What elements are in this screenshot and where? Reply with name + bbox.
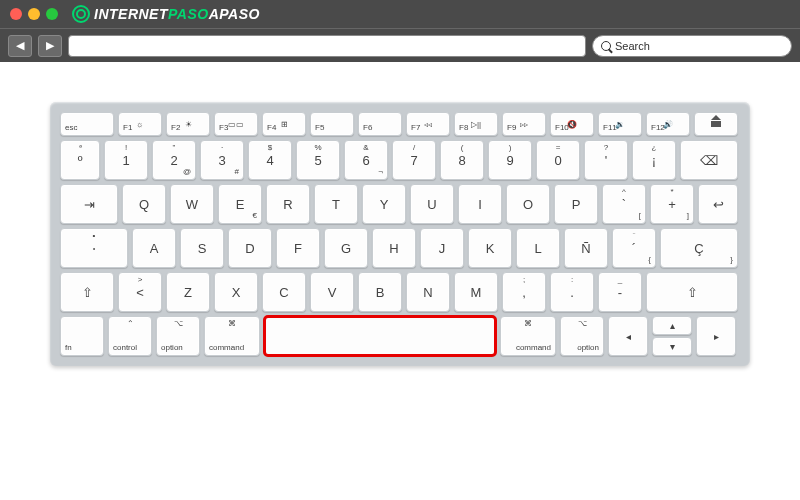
key-U: U (410, 184, 454, 224)
site-logo: INTERNETPASOAPASO (72, 5, 260, 23)
key-,: ;, (502, 272, 546, 312)
key-F8: ▷||F8 (454, 112, 498, 136)
keyboard-qwerty-row: ⇥QWE€RTYUIOP^`[*+]↩ (60, 184, 740, 224)
key-5: %5 (296, 140, 340, 180)
option-key-right: ⌥option (560, 316, 604, 356)
command-key-right: ⌘command (500, 316, 556, 356)
window-titlebar: INTERNETPASOAPASO (0, 0, 800, 28)
key-M: M (454, 272, 498, 312)
key-N: N (406, 272, 450, 312)
key-F6: F6 (358, 112, 402, 136)
arrow-up-key: ▴ (652, 316, 692, 335)
key-T: T (314, 184, 358, 224)
keyboard-bottom-row: fn ⌃control ⌥option ⌘command ⌘command ⌥o… (60, 316, 740, 356)
option-key-left: ⌥option (156, 316, 200, 356)
key-3: ·3# (200, 140, 244, 180)
key--: _- (598, 272, 642, 312)
fn-key: fn (60, 316, 104, 356)
command-key-left: ⌘command (204, 316, 260, 356)
control-key: ⌃control (108, 316, 152, 356)
arrow-up-down-keys: ▴ ▾ (652, 316, 692, 356)
key-¡: ¿¡ (632, 140, 676, 180)
key-G: G (324, 228, 368, 268)
key-4: $4 (248, 140, 292, 180)
key-E: E€ (218, 184, 262, 224)
key-I: I (458, 184, 502, 224)
key-F10: 🔇F10 (550, 112, 594, 136)
key-esc: esc (60, 112, 114, 136)
key-V: V (310, 272, 354, 312)
key-F: F (276, 228, 320, 268)
keyboard-home-row: •⋅ASDFGHJKLÑ¨´{Ç} (60, 228, 740, 268)
key-F1: ☼F1 (118, 112, 162, 136)
key-P: P (554, 184, 598, 224)
key-<: >< (118, 272, 162, 312)
keyboard-image: esc☼F1☀F2▭▭F3⊞F4F5F6◃◃F7▷||F8▹▹F9🔇F10🔉F1… (50, 102, 750, 366)
key-F12: 🔊F12 (646, 112, 690, 136)
key-J: J (420, 228, 464, 268)
key-⇧: ⇧ (60, 272, 114, 312)
key-Y: Y (362, 184, 406, 224)
key-⋅: •⋅ (60, 228, 128, 268)
key-L: L (516, 228, 560, 268)
key-+: *+] (650, 184, 694, 224)
space-key-highlighted (264, 316, 496, 356)
search-icon (601, 41, 611, 51)
minimize-window-button[interactable] (28, 8, 40, 20)
keyboard-number-row: ᵃº!1"2@·3#$4%5&6¬/7(8)9=0?'¿¡⌫ (60, 140, 740, 180)
key-⌫: ⌫ (680, 140, 738, 180)
key-R: R (266, 184, 310, 224)
key-F4: ⊞F4 (262, 112, 306, 136)
key-⇧: ⇧ (646, 272, 738, 312)
key-`: ^`[ (602, 184, 646, 224)
key-F5: F5 (310, 112, 354, 136)
keyboard-function-row: esc☼F1☀F2▭▭F3⊞F4F5F6◃◃F7▷||F8▹▹F9🔇F10🔉F1… (60, 112, 740, 136)
key-´: ¨´{ (612, 228, 656, 268)
key-8: (8 (440, 140, 484, 180)
key-6: &6¬ (344, 140, 388, 180)
search-box[interactable]: Search (592, 35, 792, 57)
logo-text: INTERNETPASOAPASO (94, 6, 260, 22)
keyboard-shift-row: ⇧><ZXCVBNM;,:._-⇧ (60, 272, 740, 312)
back-button[interactable]: ◀ (8, 35, 32, 57)
key-9: )9 (488, 140, 532, 180)
close-window-button[interactable] (10, 8, 22, 20)
browser-toolbar: ◀ ▶ Search (0, 28, 800, 62)
key-º: ᵃº (60, 140, 100, 180)
key-F3: ▭▭F3 (214, 112, 258, 136)
key-F2: ☀F2 (166, 112, 210, 136)
key-': ?' (584, 140, 628, 180)
key-F11: 🔉F11 (598, 112, 642, 136)
maximize-window-button[interactable] (46, 8, 58, 20)
arrow-left-key: ◂ (608, 316, 648, 356)
logo-icon (72, 5, 90, 23)
arrow-right-key: ▸ (696, 316, 736, 356)
key-Ñ: Ñ (564, 228, 608, 268)
arrow-down-key: ▾ (652, 337, 692, 356)
key-Z: Z (166, 272, 210, 312)
url-bar[interactable] (68, 35, 586, 57)
key-A: A (132, 228, 176, 268)
key-F9: ▹▹F9 (502, 112, 546, 136)
key-X: X (214, 272, 258, 312)
key-W: W (170, 184, 214, 224)
key-K: K (468, 228, 512, 268)
key-.: :. (550, 272, 594, 312)
key-Q: Q (122, 184, 166, 224)
key-S: S (180, 228, 224, 268)
forward-button[interactable]: ▶ (38, 35, 62, 57)
key-0: =0 (536, 140, 580, 180)
search-placeholder: Search (615, 40, 650, 52)
key-2: "2@ (152, 140, 196, 180)
key-↩: ↩ (698, 184, 738, 224)
key-1: !1 (104, 140, 148, 180)
key-O: O (506, 184, 550, 224)
key-C: C (262, 272, 306, 312)
key-7: /7 (392, 140, 436, 180)
key-F7: ◃◃F7 (406, 112, 450, 136)
key-blank (694, 112, 738, 136)
key-D: D (228, 228, 272, 268)
key-B: B (358, 272, 402, 312)
key-H: H (372, 228, 416, 268)
page-content: esc☼F1☀F2▭▭F3⊞F4F5F6◃◃F7▷||F8▹▹F9🔇F10🔉F1… (0, 62, 800, 386)
